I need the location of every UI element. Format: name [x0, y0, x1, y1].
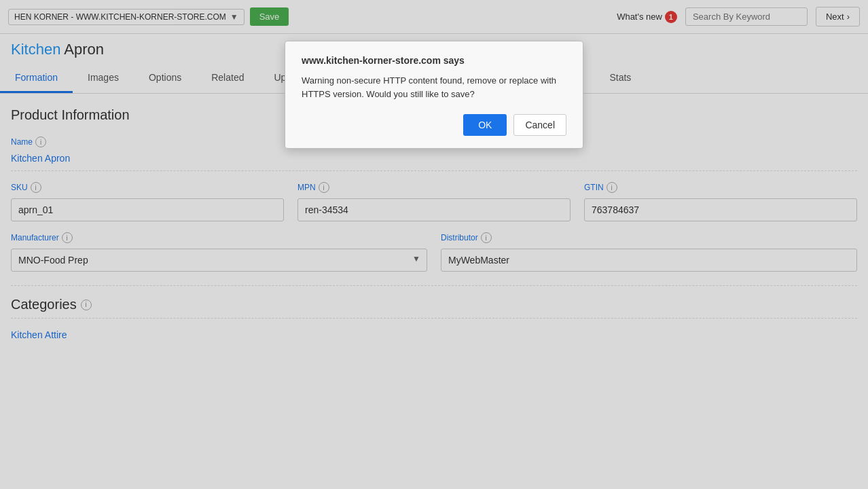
- alert-dialog: www.kitchen-korner-store.com says Warnin…: [285, 41, 583, 149]
- ok-button[interactable]: OK: [463, 114, 507, 136]
- dialog-overlay: www.kitchen-korner-store.com says Warnin…: [0, 0, 868, 354]
- dialog-title: www.kitchen-korner-store.com says: [302, 55, 566, 66]
- cancel-button[interactable]: Cancel: [513, 114, 566, 136]
- dialog-message: Warning non-secure HTTP content found, r…: [302, 74, 566, 101]
- dialog-buttons: OK Cancel: [302, 114, 566, 136]
